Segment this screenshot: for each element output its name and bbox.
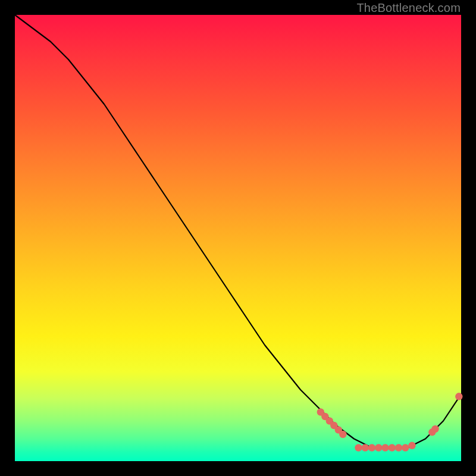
watermark-text: TheBottleneck.com [356,1,461,15]
chart-svg [15,15,461,461]
chart-marker [368,444,375,451]
chart-marker [381,444,389,451]
chart-plot-area [15,15,461,461]
chart-marker [395,444,402,451]
chart-marker [402,444,409,451]
chart-marker [375,444,382,451]
chart-frame: TheBottleneck.com [0,0,476,476]
chart-marker [389,444,396,451]
chart-markers [317,393,463,452]
chart-marker [408,442,415,449]
chart-marker [362,444,369,451]
chart-marker [339,431,346,438]
chart-marker [355,444,362,451]
chart-marker [431,425,439,433]
bottleneck-curve-line [15,15,461,448]
chart-marker [455,393,462,400]
